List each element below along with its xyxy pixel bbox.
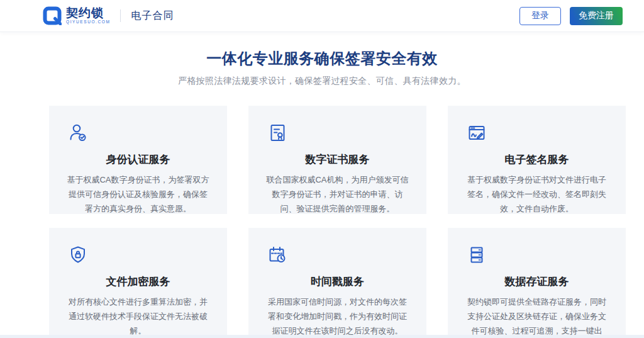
top-nav: 契约锁 QIYUESUO.COM 电子合同 登录 免费注册 <box>0 0 644 32</box>
logo-domain: QIYUESUO.COM <box>66 20 110 25</box>
service-card-timestamp: 时间戳服务 采用国家可信时间源，对文件的每次签署和变化增加时间戳，作为有效时间证… <box>248 228 426 336</box>
service-card-storage: 数据存证服务 契约锁即可提供全链路存证服务，同时支持公证处及区块链存证，确保业务… <box>448 228 626 336</box>
service-card-encryption: 文件加密服务 对所有核心文件进行多重算法加密，并通过软硬件技术手段保证文件无法被… <box>49 228 227 336</box>
data-storage-icon <box>465 244 488 266</box>
service-description: 基于权威CA数字身份证书，为签署双方提供可信身份认证及核验服务，确保签署方的真实… <box>67 173 209 216</box>
services-section: 一体化专业服务确保签署安全有效 严格按照法律法规要求设计，确保签署过程安全、可信… <box>0 48 644 336</box>
page-subtitle: 严格按照法律法规要求设计，确保签署过程安全、可信、具有法律效力。 <box>0 76 644 87</box>
identity-check-icon <box>67 121 89 144</box>
service-title: 时间戳服务 <box>266 274 409 289</box>
service-description: 采用国家可信时间源，对文件的每次签署和变化增加时间戳，作为有效时间证据证明文件在… <box>266 295 409 338</box>
qiyuesuo-q-icon <box>43 6 62 25</box>
service-description: 对所有核心文件进行多重算法加密，并通过软硬件技术手段保证文件无法被破解。 <box>67 295 209 338</box>
service-description: 契约锁即可提供全链路存证服务，同时支持公证处及区块链存证，确保业务文件可核验、过… <box>465 295 608 338</box>
header-divider <box>120 9 121 22</box>
e-signature-icon <box>465 121 488 144</box>
service-title: 数字证书服务 <box>266 152 409 167</box>
service-card-identity: 身份认证服务 基于权威CA数字身份证书，为签署双方提供可信身份认证及核验服务，确… <box>49 106 227 214</box>
logo[interactable]: 契约锁 QIYUESUO.COM <box>43 6 110 25</box>
page-title: 一体化专业服务确保签署安全有效 <box>0 48 644 69</box>
service-title: 电子签名服务 <box>465 152 608 167</box>
services-grid: 身份认证服务 基于权威CA数字身份证书，为签署双方提供可信身份认证及核验服务，确… <box>49 106 644 336</box>
service-card-signature: 电子签名服务 基于权威数字身份证书对文件进行电子签名，确保文件一经改动、签名即刻… <box>448 106 626 214</box>
service-description: 基于权威数字身份证书对文件进行电子签名，确保文件一经改动、签名即刻失效，文件自动… <box>465 173 608 216</box>
service-card-certificate: 数字证书服务 联合国家权威CA机构，为用户颁发可信数字身份证书，并对证书的申请、… <box>248 106 426 214</box>
service-title: 身份认证服务 <box>67 152 209 167</box>
service-title: 数据存证服务 <box>465 274 608 289</box>
login-button[interactable]: 登录 <box>519 7 561 25</box>
next-section-edge <box>0 335 644 338</box>
product-label: 电子合同 <box>131 9 174 23</box>
digital-certificate-icon <box>266 121 289 144</box>
service-title: 文件加密服务 <box>67 274 209 289</box>
logo-name: 契约锁 <box>66 7 110 19</box>
shield-lock-icon <box>67 244 89 266</box>
timestamp-icon <box>266 244 289 266</box>
service-description: 联合国家权威CA机构，为用户颁发可信数字身份证书，并对证书的申请、访问、验证提供… <box>266 173 409 216</box>
register-button[interactable]: 免费注册 <box>570 7 623 25</box>
